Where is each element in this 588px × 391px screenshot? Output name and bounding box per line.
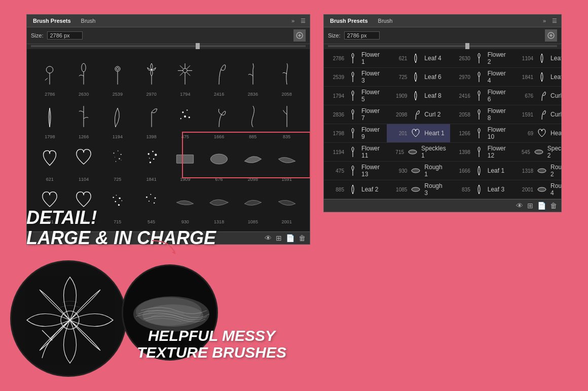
toolbar-new-icon[interactable]: 📄 — [286, 234, 295, 242]
brush-list-item-speckles-2[interactable]: 545Speckles 2 — [510, 143, 561, 162]
brush-list-item-curl-1[interactable]: 676Curl 1 — [513, 87, 561, 105]
right-tab-brush[interactable]: Brush — [376, 17, 395, 25]
right-toolbar-grid-icon[interactable]: ⊞ — [527, 202, 533, 210]
right-slider-thumb[interactable] — [465, 43, 469, 49]
list-thumb — [473, 184, 485, 195]
brush-cell-heart1[interactable]: 621 — [34, 141, 66, 182]
brush-cell-flower2[interactable]: 2630 — [68, 56, 100, 97]
brush-cell-curl2[interactable]: 1666 — [203, 99, 235, 139]
brush-cell-rough2[interactable]: 676 — [203, 141, 235, 182]
brush-list-item-leaf-4[interactable]: 621Leaf 4 — [387, 49, 450, 68]
brush-list-item-rough-2[interactable]: 1318Rough 2 — [513, 162, 561, 180]
brush-list-item-flower-4[interactable]: 2970Flower 4 — [450, 68, 513, 87]
brush-list-item-rough-3[interactable]: 1085Rough 3 — [387, 180, 450, 199]
left-brush-options-icon[interactable] — [293, 29, 306, 42]
brush-cell-leaf2[interactable]: 1194 — [102, 99, 134, 139]
brush-cell-rough3[interactable]: 2098 — [237, 141, 269, 182]
svg-point-44 — [113, 197, 114, 198]
list-thumb — [410, 53, 421, 64]
brush-cell-rough1[interactable]: 1909 — [169, 141, 201, 182]
brush-cell-heart2[interactable]: 1104 — [68, 141, 100, 182]
brush-list-item-flower-6[interactable]: 2416Flower 6 — [450, 87, 513, 105]
list-brush-name: Leaf 8 — [424, 92, 441, 99]
brush-cell-curl[interactable]: 2416 — [203, 56, 235, 97]
right-toolbar-delete-icon[interactable]: 🗑 — [550, 202, 557, 210]
brush-cell-stem3[interactable]: 1266 — [68, 99, 100, 139]
list-thumb — [536, 184, 547, 195]
brush-cell-daisy[interactable]: 1794 — [169, 56, 201, 97]
left-panel-menu[interactable]: ☰ — [301, 18, 306, 24]
right-slider-track[interactable] — [328, 45, 557, 47]
brush-cell-speckle2[interactable]: 725 — [102, 141, 134, 182]
brush-list-item-leaf-2[interactable]: 885Leaf 2 — [324, 180, 387, 199]
brush-cell-leaf[interactable]: 1798 — [34, 99, 66, 139]
toolbar-grid-icon[interactable]: ⊞ — [276, 234, 282, 242]
brush-cell-stem2[interactable]: 2058 — [271, 56, 303, 97]
brush-list-item-flower-9[interactable]: 1798Flower 9 — [324, 124, 387, 143]
brush-list-item-heart-1[interactable]: 201Heart 1 — [387, 124, 450, 143]
brush-num-2786: 2786 — [45, 92, 55, 97]
brush-list-item-flower-10[interactable]: 1266Flower 10 — [450, 124, 513, 143]
brush-cell-texture4[interactable]: 2001 — [271, 184, 303, 224]
brush-list-item-leaf-6[interactable]: 725Leaf 6 — [387, 68, 450, 87]
brush-list-item-heart-2[interactable]: 69Heart 2 — [513, 124, 561, 143]
brush-list-item-speckles-1[interactable]: 715Speckles 1 — [384, 143, 450, 162]
brush-cell-flower1[interactable]: 2786 — [34, 56, 66, 97]
brush-cell-stem4[interactable]: 885 — [237, 99, 269, 139]
left-tab-brush[interactable]: Brush — [79, 17, 98, 25]
brush-cell-stem[interactable]: 2836 — [237, 56, 269, 97]
brush-list-item-flower-7[interactable]: 2836Flower 7 — [324, 105, 387, 124]
brush-list-item-flower-12[interactable]: 1398Flower 12 — [450, 143, 510, 162]
brush-num-1794: 1794 — [180, 92, 190, 97]
brush-cell-flower4[interactable]: 2970 — [135, 56, 167, 97]
svg-point-7 — [116, 68, 119, 70]
brush-list-item-curl-3[interactable]: 1591Curl 3 — [513, 105, 561, 124]
brush-num-2416: 2416 — [214, 92, 224, 97]
brush-num-2098: 2098 — [248, 177, 258, 182]
list-num: 1909 — [391, 93, 407, 99]
right-tab-brush-presets[interactable]: Brush Presets — [328, 17, 370, 25]
right-size-input[interactable] — [344, 31, 380, 40]
list-brush-name: Curl 3 — [550, 111, 561, 118]
brush-list-item-leaf-5[interactable]: 1104Leaf 5 — [513, 49, 561, 68]
left-size-input[interactable] — [47, 31, 83, 40]
brush-cell-stem5[interactable]: 835 — [271, 99, 303, 139]
right-toolbar-new-icon[interactable]: 📄 — [537, 202, 546, 210]
brush-list-item-flower-1[interactable]: 2786Flower 1 — [324, 49, 387, 68]
brush-cell-texture3[interactable]: 1085 — [237, 184, 269, 224]
brush-cell-flower3[interactable]: 2539 — [102, 56, 134, 97]
left-panel-arrows[interactable]: » — [291, 18, 295, 24]
brush-list-item-leaf-8[interactable]: 1909Leaf 8 — [387, 87, 450, 105]
brush-list-item-rough-4[interactable]: 2001Rough 4 — [513, 180, 561, 199]
brush-list-item-leaf-3[interactable]: 835Leaf 3 — [450, 180, 513, 199]
right-brush-options-icon[interactable] — [545, 29, 557, 42]
brush-list-item-curl-2[interactable]: 2098Curl 2 — [387, 105, 450, 124]
brush-list-item-flower-3[interactable]: 2539Flower 3 — [324, 68, 387, 87]
list-num: 1194 — [328, 149, 344, 155]
brush-list-item-flower-8[interactable]: 2058Flower 8 — [450, 105, 513, 124]
list-num: 1266 — [454, 131, 470, 136]
brush-cell-speckle[interactable]: 475 — [169, 99, 201, 139]
brush-list-item-leaf-1[interactable]: 1666Leaf 1 — [450, 162, 513, 180]
brush-num-475: 475 — [181, 134, 189, 139]
list-thumb — [473, 71, 485, 83]
brush-list-item-leaf-7[interactable]: 1841Leaf 7 — [513, 68, 561, 87]
right-panel-menu[interactable]: ☰ — [552, 18, 557, 24]
left-tab-brush-presets[interactable]: Brush Presets — [31, 17, 73, 25]
brush-list-item-flower-11[interactable]: 1194Flower 11 — [324, 143, 384, 162]
brush-list-item-flower-5[interactable]: 1794Flower 5 — [324, 87, 387, 105]
brush-cell-speckle3[interactable]: 1841 — [135, 141, 167, 182]
brush-list-item-flower-2[interactable]: 2630Flower 2 — [450, 49, 513, 68]
left-slider-track[interactable] — [31, 45, 306, 47]
brush-cell-leaf3[interactable]: 1398 — [135, 99, 167, 139]
left-slider-thumb[interactable] — [196, 43, 200, 49]
brush-num-2630: 2630 — [79, 92, 89, 97]
brush-list-item-rough-1[interactable]: 930Rough 1 — [387, 162, 450, 180]
brush-cell-rough4[interactable]: 1591 — [271, 141, 303, 182]
toolbar-delete-icon[interactable]: 🗑 — [299, 234, 306, 242]
toolbar-eye-icon[interactable]: 👁 — [265, 234, 272, 242]
right-panel-arrows[interactable]: » — [543, 18, 546, 24]
right-toolbar-eye-icon[interactable]: 👁 — [516, 202, 523, 210]
list-brush-name: Flower 3 — [361, 70, 383, 84]
brush-list-item-flower-13[interactable]: 475Flower 13 — [324, 162, 387, 180]
